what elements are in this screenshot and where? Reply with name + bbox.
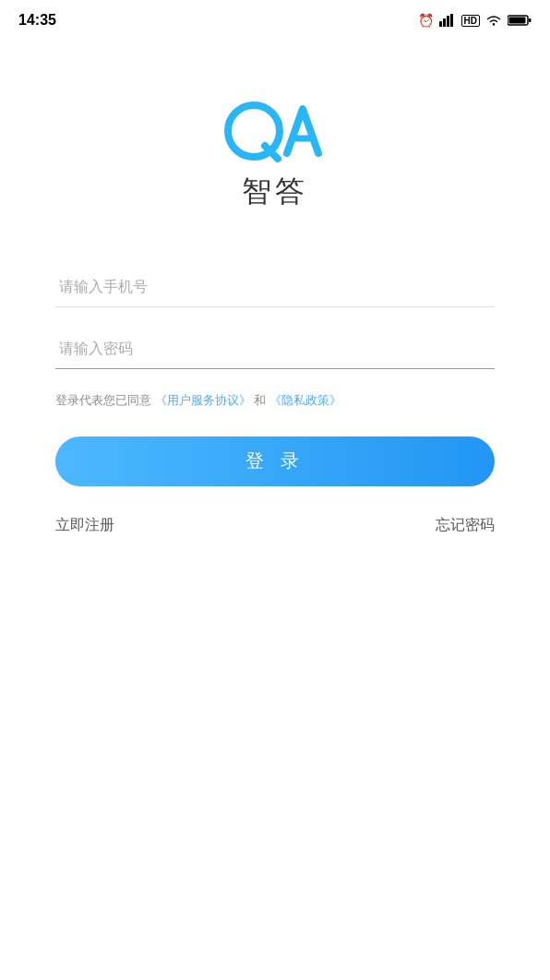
svg-rect-2: [447, 16, 449, 27]
battery-icon: [508, 14, 532, 27]
agreement-text: 登录代表您已同意 《用户服务协议》 和 《隐私政策》: [55, 391, 495, 411]
svg-rect-3: [450, 14, 453, 27]
alarm-icon: ⏰: [418, 13, 434, 28]
login-button[interactable]: 登 录: [55, 436, 495, 486]
password-input[interactable]: [55, 329, 495, 369]
svg-rect-0: [439, 21, 442, 27]
svg-rect-1: [443, 18, 446, 27]
forgot-password-link[interactable]: 忘记密码: [436, 516, 495, 535]
hd-icon: HD: [461, 15, 480, 27]
phone-input-group: [55, 268, 495, 307]
service-agreement-link[interactable]: 《用户服务协议》: [155, 393, 251, 407]
logo-container: 智答: [215, 96, 335, 212]
agreement-prefix: 登录代表您已同意: [55, 393, 151, 407]
agreement-and: 和: [254, 393, 266, 407]
main-content: 智答 登录代表您已同意 《用户服务协议》 和 《隐私政策》 登 录 立即注册 忘…: [0, 41, 550, 572]
status-bar: 14:35 ⏰ HD: [0, 0, 550, 41]
form-container: 登录代表您已同意 《用户服务协议》 和 《隐私政策》 登 录 立即注册 忘记密码: [55, 268, 495, 535]
svg-rect-7: [529, 18, 532, 22]
app-name: 智答: [242, 172, 308, 212]
wifi-icon: [485, 14, 502, 27]
app-logo: [215, 96, 335, 172]
phone-input[interactable]: [55, 268, 495, 307]
privacy-policy-link[interactable]: 《隐私政策》: [269, 393, 341, 407]
bottom-links: 立即注册 忘记密码: [55, 516, 495, 535]
status-icons: ⏰ HD: [418, 13, 532, 28]
signal-icon: [439, 14, 456, 27]
svg-rect-6: [509, 18, 526, 24]
status-time: 14:35: [18, 12, 56, 29]
password-input-group: [55, 329, 495, 369]
svg-point-4: [493, 23, 495, 25]
register-link[interactable]: 立即注册: [55, 516, 114, 535]
